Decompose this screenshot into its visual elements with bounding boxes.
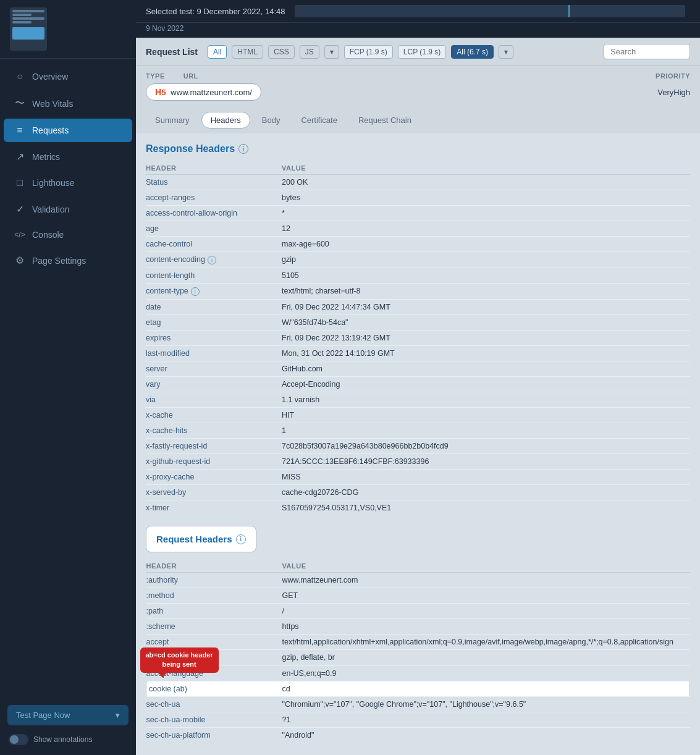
sidebar-item-metrics[interactable]: ↗ Metrics: [4, 145, 132, 169]
sidebar-item-label: Overview: [32, 72, 68, 82]
header-value-cell: cache-cdg20726-CDG: [282, 485, 690, 500]
header-name-cell: sec-ch-ua-platform: [146, 728, 282, 743]
type-col-header: TYPE: [146, 72, 165, 80]
header-name-cell: date: [146, 300, 282, 315]
header-name-cell: x-proxy-cache: [146, 470, 282, 485]
table-row: accept-rangesbytes: [146, 190, 690, 206]
header-value-cell: /: [282, 604, 690, 619]
header-name-cell: cookie (ab): [146, 681, 282, 697]
annotations-toggle[interactable]: [9, 734, 28, 745]
table-row: via1.1 varnish: [146, 392, 690, 408]
header-name-cell: etag: [146, 315, 282, 331]
milestone-lcp-button[interactable]: LCP (1.9 s): [398, 45, 446, 59]
header-value-cell: "Android": [282, 728, 690, 743]
header-info-icon[interactable]: i: [191, 287, 200, 296]
request-headers-title-box: Request Headers i: [146, 526, 256, 555]
header-value-cell: HIT: [282, 408, 690, 423]
tabs-row: Summary Headers Body Certificate Request…: [136, 107, 700, 133]
table-row: :path/: [146, 604, 690, 619]
overview-icon: ○: [14, 71, 26, 82]
table-row: cookie (ab)cd: [146, 681, 690, 697]
filter-js-button[interactable]: JS: [300, 45, 319, 59]
table-row: accepttext/html,application/xhtml+xml,ap…: [146, 635, 690, 650]
request-list-title: Request List: [146, 47, 198, 57]
toggle-thumb: [10, 735, 19, 744]
table-row: x-cache-hits1: [146, 423, 690, 439]
settings-icon: ⚙: [14, 255, 26, 266]
url-pill[interactable]: H5 www.mattzeunert.com/: [146, 83, 261, 101]
response-headers-title: Response Headers i: [146, 143, 690, 154]
tab-requestchain[interactable]: Request Chain: [349, 112, 421, 129]
sidebar-item-lighthouse[interactable]: □ Lighthouse: [4, 171, 132, 195]
sidebar-item-webvitals[interactable]: 〜 Web Vitals: [4, 91, 132, 116]
annotation-arrow-tip: [159, 673, 166, 678]
table-row: accept-encodingigzip, deflate, br: [146, 650, 690, 666]
logo-line-3: [12, 17, 44, 20]
date-label: 9 Nov 2022: [136, 23, 700, 38]
metrics-icon: ↗: [14, 151, 26, 162]
header-value-cell: text/html,application/xhtml+xml,applicat…: [282, 635, 690, 650]
table-row: :schemehttps: [146, 619, 690, 635]
test-page-now-button[interactable]: Test Page Now ▾: [7, 705, 129, 725]
url-value: www.mattzeunert.com/: [171, 88, 252, 97]
timeline-marker: [568, 5, 570, 17]
header-name-cell: via: [146, 392, 282, 408]
filter-html-button[interactable]: HTML: [232, 45, 263, 59]
tab-body[interactable]: Body: [253, 112, 290, 129]
header-name-cell: vary: [146, 377, 282, 392]
header-name-cell: :scheme: [146, 619, 282, 635]
tab-summary[interactable]: Summary: [146, 112, 199, 129]
nav-bottom: Test Page Now ▾ Show annotations: [0, 698, 136, 755]
header-value-cell: Fri, 09 Dec 2022 14:47:34 GMT: [282, 300, 690, 315]
header-name-cell: :method: [146, 588, 282, 604]
header-name-cell: sec-ch-ua: [146, 697, 282, 712]
milestone-all-button[interactable]: All (6.7 s): [451, 45, 494, 59]
header-value-cell: gzip: [282, 252, 690, 268]
header-value-cell: GET: [282, 588, 690, 604]
table-row: content-encodingigzip: [146, 252, 690, 268]
header-info-icon[interactable]: i: [208, 256, 216, 264]
annotation-container: ab=cd cookie headerbeing sent: [140, 647, 219, 673]
table-row: content-length5105: [146, 268, 690, 284]
filter-css-button[interactable]: CSS: [268, 45, 295, 59]
header-value-cell: GitHub.com: [282, 361, 690, 377]
milestone-dropdown-button[interactable]: ▾: [499, 45, 513, 59]
sidebar: ○ Overview 〜 Web Vitals ≡ Requests ↗ Met…: [0, 0, 136, 755]
header-name-cell: :authority: [146, 573, 282, 588]
request-headers-info-icon[interactable]: i: [236, 534, 246, 544]
milestone-fcp-button[interactable]: FCP (1.9 s): [344, 45, 393, 59]
requests-icon: ≡: [14, 125, 26, 136]
header-name-cell: content-encodingi: [146, 252, 282, 268]
webvitals-icon: 〜: [14, 97, 26, 110]
timeline-bar[interactable]: [295, 5, 685, 17]
search-input[interactable]: [604, 44, 690, 59]
header-name-cell: :path: [146, 604, 282, 619]
header-name-cell: access-control-allow-origin: [146, 206, 282, 221]
filter-more-button[interactable]: ▾: [324, 45, 339, 59]
tab-certificate-label: Certificate: [301, 116, 337, 125]
validation-icon: ✓: [14, 203, 26, 215]
sidebar-item-validation[interactable]: ✓ Validation: [4, 197, 132, 221]
lighthouse-icon: □: [14, 177, 26, 188]
sidebar-item-overview[interactable]: ○ Overview: [4, 65, 132, 88]
filter-all-button[interactable]: All: [208, 45, 227, 59]
tab-headers[interactable]: Headers: [201, 112, 250, 129]
table-row: Status200 OK: [146, 175, 690, 190]
header-value-cell: Mon, 31 Oct 2022 14:10:19 GMT: [282, 346, 690, 361]
header-name-cell: content-length: [146, 268, 282, 284]
header-value-cell: max-age=600: [282, 237, 690, 252]
test-btn-dropdown-arrow: ▾: [116, 711, 120, 720]
sidebar-item-requests[interactable]: ≡ Requests: [4, 119, 132, 142]
response-headers-info-icon[interactable]: i: [238, 144, 248, 154]
sidebar-item-console[interactable]: </> Console: [4, 224, 132, 246]
sidebar-item-pagesettings[interactable]: ⚙ Page Settings: [4, 248, 132, 272]
header-name-cell: server: [146, 361, 282, 377]
tab-certificate[interactable]: Certificate: [292, 112, 347, 129]
table-row: sec-ch-ua"Chromium";v="107", "Google Chr…: [146, 697, 690, 712]
html5-icon: H5: [155, 87, 166, 97]
sidebar-item-label: Lighthouse: [32, 178, 75, 188]
header-value-cell: 1.1 varnish: [282, 392, 690, 408]
content-area: TYPE URL PRIORITY H5 www.mattzeunert.com…: [136, 66, 700, 755]
sidebar-item-label: Console: [32, 230, 64, 240]
header-value-cell: 1: [282, 423, 690, 439]
